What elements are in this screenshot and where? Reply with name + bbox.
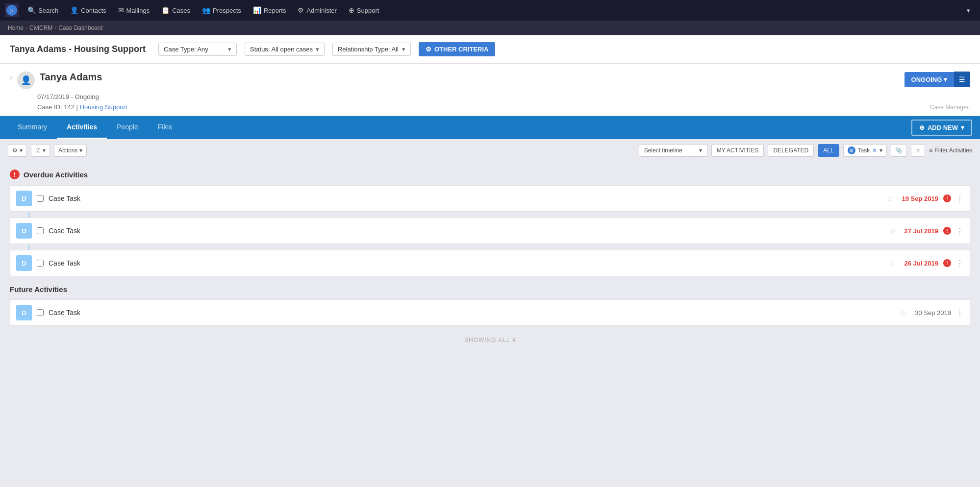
activity-connector-2: [10, 245, 970, 250]
breadcrumb-sep1: ›: [25, 24, 27, 31]
tab-activities[interactable]: Activities: [57, 116, 107, 139]
overdue-title: Overdue Activities: [24, 170, 88, 179]
case-manager-label: Case Manager:: [930, 104, 970, 111]
nav-dropdown[interactable]: ▾: [962, 7, 975, 14]
activity-avatar-4: D: [16, 305, 32, 320]
breadcrumb-civicrm[interactable]: CiviCRM: [29, 24, 52, 31]
nav-support[interactable]: ⊕ Support: [343, 0, 385, 21]
nav-contacts-label: Contacts: [81, 7, 106, 14]
timeline-label: Select timeline: [644, 147, 682, 154]
breadcrumb-current: Case Dashboard: [58, 24, 102, 31]
gear-icon: ⚙: [426, 46, 431, 53]
activity-checkbox-4[interactable]: [37, 309, 44, 316]
activity-star-3[interactable]: ☆: [889, 259, 896, 268]
actions-button[interactable]: Actions ▾: [54, 144, 87, 157]
nav-administer[interactable]: ⚙ Administer: [292, 0, 342, 21]
cases-icon: 📋: [161, 6, 170, 14]
activity-date-2: 27 Jul 2019: [905, 227, 938, 235]
tab-people-label: People: [117, 123, 138, 131]
logo[interactable]: ▷: [5, 3, 19, 17]
housing-support-link[interactable]: Housing Support: [80, 103, 127, 111]
task-remove-icon[interactable]: ✕: [872, 147, 877, 154]
future-title: Future Activities: [10, 285, 67, 293]
task-label: Task: [858, 147, 870, 154]
add-new-arrow: ▾: [961, 124, 964, 131]
nav-administer-label: Administer: [306, 7, 336, 14]
nav-items: 🔍 Search 👤 Contacts ✉ Mailings 📋 Cases 👥…: [22, 0, 962, 21]
activity-menu-3[interactable]: ⋮: [956, 259, 964, 268]
nav-cases[interactable]: 📋 Cases: [155, 0, 196, 21]
tab-summary-label: Summary: [18, 123, 47, 131]
activity-checkbox-3[interactable]: [37, 260, 44, 267]
status-filter[interactable]: Status: All open cases ▾: [245, 43, 325, 56]
nav-search[interactable]: 🔍 Search: [22, 0, 64, 21]
tabs-bar: Summary Activities People Files ⊕ ADD NE…: [0, 116, 980, 139]
check-icon: ☑: [35, 147, 41, 154]
status-arrow-icon: ▾: [944, 76, 947, 83]
filter-activities-button[interactable]: ≡ Filter Activities: [929, 147, 972, 154]
case-status-group: ONGOING ▾ ☰: [905, 72, 970, 87]
gear-settings-button[interactable]: ⚙ ▾: [8, 144, 27, 157]
timeline-arrow: ▾: [699, 147, 702, 154]
activity-star-2[interactable]: ☆: [889, 226, 896, 236]
nav-search-label: Search: [38, 7, 58, 14]
nav-contacts[interactable]: 👤 Contacts: [64, 0, 112, 21]
case-id-separator: |: [76, 103, 80, 111]
page-header: Tanya Adams - Housing Support Case Type:…: [0, 35, 980, 64]
actions-label: Actions: [58, 147, 77, 154]
case-status-label: ONGOING: [911, 76, 942, 83]
actions-arrow: ▾: [79, 147, 82, 154]
star-button[interactable]: ☆: [911, 144, 925, 157]
case-expand-icon[interactable]: ›: [10, 73, 12, 81]
tab-summary[interactable]: Summary: [8, 116, 57, 139]
nav-reports[interactable]: 📊 Reports: [247, 0, 292, 21]
breadcrumb-home[interactable]: Home: [8, 24, 24, 31]
relationship-filter[interactable]: Relationship Type: All ▾: [332, 43, 411, 56]
tab-activities-label: Activities: [67, 123, 97, 131]
case-type-label: Case Type: Any: [164, 46, 208, 53]
activity-menu-1[interactable]: ⋮: [956, 194, 964, 203]
connector-line-1: [28, 213, 29, 218]
top-navigation: ▷ 🔍 Search 👤 Contacts ✉ Mailings 📋 Cases…: [0, 0, 980, 21]
case-type-arrow: ▾: [228, 46, 231, 53]
task-filter-arrow: ▾: [879, 147, 882, 154]
hamburger-icon: ☰: [959, 75, 965, 83]
nav-prospects[interactable]: 👥 Prospects: [196, 0, 247, 21]
case-status-button[interactable]: ONGOING ▾: [905, 72, 954, 87]
relationship-label: Relationship Type: All: [338, 46, 399, 53]
case-type-filter[interactable]: Case Type: Any ▾: [158, 43, 237, 56]
nav-mailings[interactable]: ✉ Mailings: [112, 0, 156, 21]
add-new-label: ADD NEW: [928, 124, 958, 131]
filter-icon: ≡: [929, 147, 932, 154]
breadcrumb-sep2: ›: [54, 24, 56, 31]
activity-menu-4[interactable]: ⋮: [956, 308, 964, 317]
other-criteria-button[interactable]: ⚙ OTHER CRITERIA: [419, 42, 496, 56]
add-new-button[interactable]: ⊕ ADD NEW ▾: [911, 120, 972, 136]
breadcrumb: Home › CiviCRM › Case Dashboard: [0, 21, 980, 35]
activity-row-1: D Case Task ☆ 19 Sep 2019 ! ⋮: [10, 185, 970, 212]
activity-star-1[interactable]: ☆: [886, 194, 893, 203]
activity-menu-2[interactable]: ⋮: [956, 226, 964, 236]
logo-icon: ▷: [6, 5, 17, 16]
star-icon: ☆: [915, 147, 921, 154]
delegated-button[interactable]: DELEGATED: [768, 144, 814, 157]
prospects-icon: 👥: [202, 6, 210, 14]
activity-date-4: 30 Sep 2019: [915, 309, 951, 317]
activity-item-4: D Case Task ☆ 30 Sep 2019 ⋮: [10, 299, 970, 327]
filter-activities-label: Filter Activities: [934, 147, 972, 154]
activity-checkbox-2[interactable]: [37, 227, 44, 234]
checkbox-button[interactable]: ☑ ▾: [31, 144, 50, 157]
attachment-button[interactable]: 📎: [891, 144, 907, 157]
timeline-select[interactable]: Select timeline ▾: [639, 144, 707, 157]
all-button[interactable]: ALL: [818, 144, 839, 157]
activity-checkbox-1[interactable]: [37, 195, 44, 202]
activity-alert-2: !: [943, 227, 951, 235]
activity-star-4[interactable]: ☆: [899, 308, 906, 317]
tab-files[interactable]: Files: [148, 116, 182, 139]
task-filter[interactable]: ⚙ Task ✕ ▾: [843, 144, 887, 157]
tab-people[interactable]: People: [107, 116, 148, 139]
case-menu-button[interactable]: ☰: [954, 72, 970, 87]
activity-alert-1: !: [943, 195, 951, 202]
search-icon: 🔍: [27, 6, 36, 14]
my-activities-button[interactable]: MY ACTIVITIES: [711, 144, 764, 157]
